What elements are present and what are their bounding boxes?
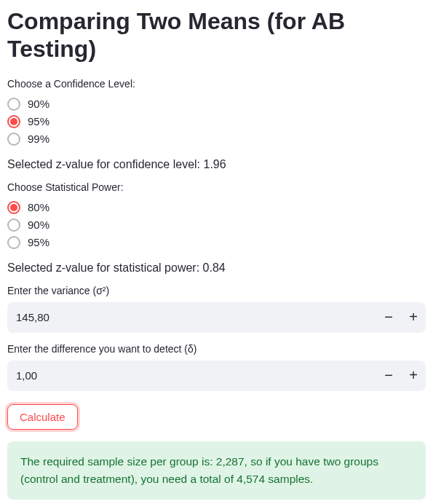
power-radio-group: 80% 90% 95% [7,199,426,251]
variance-stepper: − + [7,302,426,333]
difference-stepper: − + [7,361,426,391]
confidence-label: Choose a Confidence Level: [7,78,426,90]
confidence-option-90[interactable]: 90% [7,95,426,113]
radio-label: 99% [28,133,49,145]
difference-input[interactable] [7,362,376,389]
power-option-95[interactable]: 95% [7,234,426,251]
radio-checked-icon [7,115,20,128]
radio-unchecked-icon [7,98,20,111]
power-option-90[interactable]: 90% [7,216,426,234]
confidence-option-95[interactable]: 95% [7,113,426,130]
plus-icon[interactable]: + [401,302,426,333]
minus-icon[interactable]: − [376,302,401,333]
variance-input[interactable] [7,304,376,331]
calculate-button[interactable]: Calculate [7,404,78,430]
confidence-z-text: Selected z-value for confidence level: 1… [7,158,426,171]
radio-label: 90% [28,98,49,110]
page-title: Comparing Two Means (for AB Testing) [7,7,426,63]
radio-checked-icon [7,201,20,214]
confidence-option-99[interactable]: 99% [7,130,426,148]
difference-label: Enter the difference you want to detect … [7,343,426,355]
radio-unchecked-icon [7,133,20,146]
radio-label: 80% [28,201,49,213]
minus-icon[interactable]: − [376,361,401,391]
power-z-text: Selected z-value for statistical power: … [7,261,426,275]
result-message: The required sample size per group is: 2… [7,441,426,500]
power-option-80[interactable]: 80% [7,199,426,216]
power-label: Choose Statistical Power: [7,181,426,193]
plus-icon[interactable]: + [401,361,426,391]
confidence-radio-group: 90% 95% 99% [7,95,426,148]
radio-unchecked-icon [7,218,20,232]
radio-label: 95% [28,115,49,127]
radio-label: 90% [28,218,49,231]
radio-label: 95% [28,236,49,248]
variance-label: Enter the variance (σ²) [7,285,426,296]
radio-unchecked-icon [7,236,20,249]
